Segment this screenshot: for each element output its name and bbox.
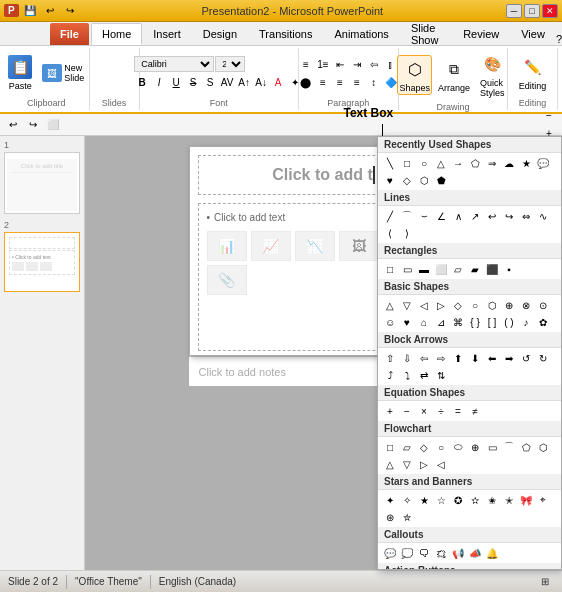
font-family-select[interactable]: Calibri	[134, 56, 214, 72]
ba-7[interactable]: ⬅	[484, 350, 500, 366]
line-angle2[interactable]: ∧	[450, 208, 466, 224]
shape-cloud[interactable]: ☁	[501, 155, 517, 171]
fc-2[interactable]: ▱	[399, 439, 415, 455]
line-arrow1[interactable]: ↗	[467, 208, 483, 224]
zoom-out-btn[interactable]: −	[540, 107, 558, 125]
ba-5[interactable]: ⬆	[450, 350, 466, 366]
sb-10[interactable]: ⌖	[535, 492, 551, 508]
basic-3[interactable]: ◁	[416, 297, 432, 313]
undo-btn[interactable]: ↩	[41, 2, 59, 20]
eq-1[interactable]: +	[382, 403, 398, 419]
shape-right-arrow[interactable]: ⇒	[484, 155, 500, 171]
line-straight[interactable]: ╱	[382, 208, 398, 224]
eq-6[interactable]: ≠	[467, 403, 483, 419]
sb-5[interactable]: ✪	[450, 492, 466, 508]
rect-8[interactable]: ▪	[501, 261, 517, 277]
slide-thumb-2[interactable]: 2 • Click to add text	[4, 220, 80, 292]
co-5[interactable]: 📢	[450, 545, 466, 561]
paste-button[interactable]: 📋 Paste	[4, 53, 36, 93]
rect-2[interactable]: ▭	[399, 261, 415, 277]
ba-14[interactable]: ⇅	[433, 367, 449, 383]
ba-4[interactable]: ⇨	[433, 350, 449, 366]
fc-6[interactable]: ⊕	[467, 439, 483, 455]
basic-14[interactable]: ⊿	[433, 314, 449, 330]
basic-8[interactable]: ⊕	[501, 297, 517, 313]
tab-review[interactable]: Review	[452, 23, 510, 45]
co-4[interactable]: 🗯	[433, 545, 449, 561]
tab-insert[interactable]: Insert	[142, 23, 192, 45]
shape-triangle[interactable]: △	[433, 155, 449, 171]
ba-3[interactable]: ⇦	[416, 350, 432, 366]
align-right-btn[interactable]: ≡	[332, 74, 348, 90]
sb-3[interactable]: ★	[416, 492, 432, 508]
fc-13[interactable]: ▷	[416, 456, 432, 472]
basic-11[interactable]: ☺	[382, 314, 398, 330]
ba-10[interactable]: ↻	[535, 350, 551, 366]
basic-4[interactable]: ▷	[433, 297, 449, 313]
basic-16[interactable]: { }	[467, 314, 483, 330]
tab-slideshow[interactable]: Slide Show	[400, 23, 452, 45]
underline-btn[interactable]: U	[168, 74, 184, 90]
rect-7[interactable]: ⬛	[484, 261, 500, 277]
co-3[interactable]: 🗨	[416, 545, 432, 561]
sb-1[interactable]: ✦	[382, 492, 398, 508]
save-btn[interactable]: 💾	[21, 2, 39, 20]
smartart-btn[interactable]: 🔷	[383, 74, 399, 90]
line-arrow3[interactable]: ↪	[501, 208, 517, 224]
co-1[interactable]: 💬	[382, 545, 398, 561]
sb-2[interactable]: ✧	[399, 492, 415, 508]
ba-2[interactable]: ⇩	[399, 350, 415, 366]
sb-4[interactable]: ☆	[433, 492, 449, 508]
sb-6[interactable]: ✫	[467, 492, 483, 508]
ba-1[interactable]: ⇧	[382, 350, 398, 366]
eq-2[interactable]: −	[399, 403, 415, 419]
fc-14[interactable]: ◁	[433, 456, 449, 472]
shape-more2[interactable]: ⬟	[433, 172, 449, 188]
shape-line[interactable]: ╲	[382, 155, 398, 171]
font-size-select[interactable]: 24	[215, 56, 245, 72]
minimize-btn[interactable]: ─	[506, 4, 522, 18]
rect-3[interactable]: ▬	[416, 261, 432, 277]
line-angle1[interactable]: ∠	[433, 208, 449, 224]
decrease-font-btn[interactable]: A↓	[253, 74, 269, 90]
window-controls[interactable]: ─ □ ✕	[506, 4, 558, 18]
shadow-btn[interactable]: S	[202, 74, 218, 90]
sb-7[interactable]: ✬	[484, 492, 500, 508]
basic-7[interactable]: ⬡	[484, 297, 500, 313]
shape-pentagon[interactable]: ⬠	[467, 155, 483, 171]
basic-2[interactable]: ▽	[399, 297, 415, 313]
decrease-indent-btn[interactable]: ⇤	[332, 56, 348, 72]
ba-13[interactable]: ⇄	[416, 367, 432, 383]
basic-1[interactable]: △	[382, 297, 398, 313]
rect-5[interactable]: ▱	[450, 261, 466, 277]
redo-btn[interactable]: ↪	[61, 2, 79, 20]
co-2[interactable]: 💭	[399, 545, 415, 561]
ba-12[interactable]: ⤵	[399, 367, 415, 383]
line-curve2[interactable]: ⌣	[416, 208, 432, 224]
strikethrough-btn[interactable]: S	[185, 74, 201, 90]
co-7[interactable]: 🔔	[484, 545, 500, 561]
help-btn[interactable]: ?	[556, 33, 562, 45]
increase-font-btn[interactable]: A↑	[236, 74, 252, 90]
fc-7[interactable]: ▭	[484, 439, 500, 455]
font-color-btn[interactable]: A	[270, 74, 286, 90]
editing-button[interactable]: ✏️ Editing	[515, 53, 551, 93]
basic-20[interactable]: ✿	[535, 314, 551, 330]
basic-12[interactable]: ♥	[399, 314, 415, 330]
shape-star[interactable]: ★	[518, 155, 534, 171]
basic-15[interactable]: ⌘	[450, 314, 466, 330]
numbering-btn[interactable]: 1≡	[315, 56, 331, 72]
basic-5[interactable]: ◇	[450, 297, 466, 313]
quick-styles-button[interactable]: 🎨 Quick Styles	[476, 50, 509, 100]
basic-6[interactable]: ○	[467, 297, 483, 313]
char-spacing-btn[interactable]: AV	[219, 74, 235, 90]
tab-animations[interactable]: Animations	[323, 23, 399, 45]
bold-btn[interactable]: B	[134, 74, 150, 90]
slide-sorter-btn[interactable]: ⊞	[536, 573, 554, 591]
line-curve1[interactable]: ⌒	[399, 208, 415, 224]
tab-view[interactable]: View	[510, 23, 556, 45]
columns-btn[interactable]: ⫿	[383, 56, 399, 72]
rect-1[interactable]: □	[382, 261, 398, 277]
basic-10[interactable]: ⊙	[535, 297, 551, 313]
shape-oval[interactable]: ○	[416, 155, 432, 171]
